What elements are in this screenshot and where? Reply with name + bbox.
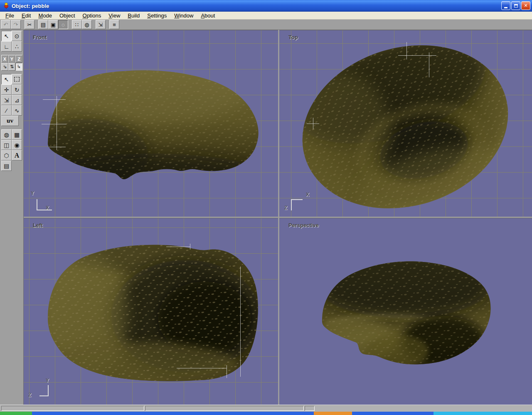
select-arrow-button[interactable]: ↖ [1, 31, 12, 41]
toolbar-group: ⇲ [96, 20, 106, 29]
show-points-icon: ∷ [75, 22, 79, 28]
move-origin-button[interactable]: ⇲ [96, 20, 106, 29]
axis-x-button[interactable]: X [1, 55, 8, 63]
active-task-button[interactable] [314, 412, 352, 415]
sidebar-row: ⇲⊿ [1, 95, 23, 105]
undo-button[interactable]: ↶ [1, 20, 11, 29]
eye-view-button[interactable]: ⊙ [12, 31, 22, 41]
front-axis-x-label: X [46, 205, 49, 211]
restore-button[interactable] [511, 1, 520, 10]
windows-taskbar[interactable] [0, 412, 532, 415]
status-panel-1 [1, 406, 144, 411]
coord-object-button[interactable]: ⇅ [8, 63, 15, 71]
redo-button[interactable]: ↷ [11, 20, 21, 29]
left-axis-y-label: Y [46, 378, 49, 383]
edit-points-icon: ∴ [15, 43, 19, 50]
world-axes-button[interactable]: ∟ [1, 41, 12, 52]
curve-tool-icon: ∿ [15, 107, 20, 114]
workspace: ↖⊙∟∴XYZ⇘⇅↳↖✛↻⇲⊿∕∿uv◍▦◫◉⬡A▤ [0, 30, 532, 405]
sidebar-row: ∟∴ [1, 41, 23, 52]
menu-about[interactable]: About [197, 12, 219, 19]
menu-file[interactable]: File [2, 12, 18, 19]
rotate-tool-button[interactable]: ↻ [12, 84, 22, 95]
sidebar-row: ∕∿ [1, 105, 23, 116]
coord-screen-button[interactable]: ⇘ [1, 63, 8, 71]
geodesic-primitive-button[interactable]: ◉ [12, 140, 22, 150]
menu-settings[interactable]: Settings [143, 12, 170, 19]
menu-view[interactable]: View [105, 12, 124, 19]
start-button[interactable] [0, 412, 32, 415]
close-button[interactable]: ✕ [521, 1, 530, 10]
viewport-top-label: Top [288, 34, 298, 40]
anim8or-figure-icon [2, 2, 10, 10]
close-icon: ✕ [524, 3, 527, 8]
toolbar-group: ✂ [25, 20, 34, 29]
pebble-perspective-render [279, 218, 532, 405]
cylinder-primitive-button[interactable]: ◫ [1, 140, 12, 150]
wireframe-view-button[interactable]: ▤ [38, 20, 48, 29]
select-tool-button[interactable]: ↖ [1, 74, 12, 84]
viewport-left[interactable]: Left Y Z [24, 218, 278, 405]
sidebar-section: XYZ⇘⇅↳ [1, 55, 23, 71]
menu-options[interactable]: Options [79, 12, 105, 19]
sidebar-row: XYZ [1, 55, 23, 63]
restore-icon [514, 4, 518, 7]
viewport-perspective[interactable]: Perspective [279, 218, 532, 405]
viewport-front-label: Front [33, 34, 47, 40]
window-titlebar[interactable]: Object: pebble ✕ [0, 0, 532, 12]
menu-edit[interactable]: Edit [18, 12, 34, 19]
curve-tool-button[interactable]: ∿ [12, 105, 22, 116]
rect-select-tool-icon [14, 77, 20, 82]
tool-sidebar: ↖⊙∟∴XYZ⇘⇅↳↖✛↻⇲⊿∕∿uv◍▦◫◉⬡A▤ [0, 30, 24, 405]
show-knots-button[interactable]: ◍ [82, 20, 92, 29]
viewport-area: Front Y X [24, 30, 532, 405]
viewport-top[interactable]: Top X Z [279, 30, 532, 217]
viewport-left-label: Left [33, 222, 43, 228]
move-tool-button[interactable]: ✛ [1, 84, 12, 95]
param-grid-icon: ▤ [4, 163, 9, 169]
cut-button[interactable]: ✂ [25, 20, 34, 29]
solid-view-button[interactable]: ▣ [48, 20, 58, 29]
sidebar-row: ⇘⇅↳ [1, 63, 23, 71]
sphere-primitive-button[interactable]: ◍ [1, 129, 12, 140]
text-primitive-button[interactable]: A [12, 150, 22, 161]
menu-object[interactable]: Object [56, 12, 79, 19]
ngon-primitive-button[interactable]: ⬡ [1, 150, 12, 161]
line-tool-button[interactable]: ∕ [1, 105, 12, 116]
menu-window[interactable]: Window [170, 12, 197, 19]
undo-icon: ↶ [4, 22, 8, 28]
rect-select-tool-button[interactable] [12, 74, 22, 84]
menu-build[interactable]: Build [124, 12, 143, 19]
taskbar-strip [32, 412, 314, 415]
status-panel-2 [145, 406, 304, 411]
select-arrow-icon: ↖ [4, 33, 9, 40]
coord-world-button[interactable]: ↳ [15, 63, 22, 71]
scale-tool-button[interactable]: ⇲ [1, 95, 12, 105]
uv-tool-button[interactable]: uv [1, 116, 19, 126]
shear-tool-icon: ⊿ [15, 97, 20, 104]
coord-object-icon: ⇅ [10, 64, 14, 69]
axis-z-button[interactable]: Z [15, 55, 22, 63]
sidebar-row: ✛↻ [1, 84, 23, 95]
item-list-button[interactable]: ≡ [109, 20, 119, 29]
ngon-primitive-icon: ⬡ [4, 152, 9, 159]
cube-primitive-button[interactable]: ▦ [12, 129, 22, 140]
axis-y-button[interactable]: Y [8, 55, 15, 63]
viewport-front[interactable]: Front Y X [24, 30, 278, 217]
redo-icon: ↷ [14, 22, 18, 28]
status-panel-3 [305, 406, 315, 411]
system-tray[interactable] [433, 412, 532, 415]
wireframe-view-icon: ▤ [41, 22, 46, 28]
eye-view-icon: ⊙ [15, 33, 20, 40]
select-tool-icon: ↖ [4, 76, 9, 83]
sidebar-row: uv [1, 116, 23, 126]
param-grid-button[interactable]: ▤ [1, 161, 12, 171]
minimize-button[interactable] [501, 1, 510, 10]
menu-mode[interactable]: Mode [34, 12, 56, 19]
sidebar-row: ↖ [1, 74, 23, 84]
show-points-button[interactable]: ∷ [72, 20, 82, 29]
edit-points-button[interactable]: ∴ [12, 41, 22, 52]
top-axis-z-label: Z [284, 205, 287, 211]
shear-tool-button[interactable]: ⊿ [12, 95, 22, 105]
smooth-view-button[interactable]: ◌ [58, 20, 68, 29]
